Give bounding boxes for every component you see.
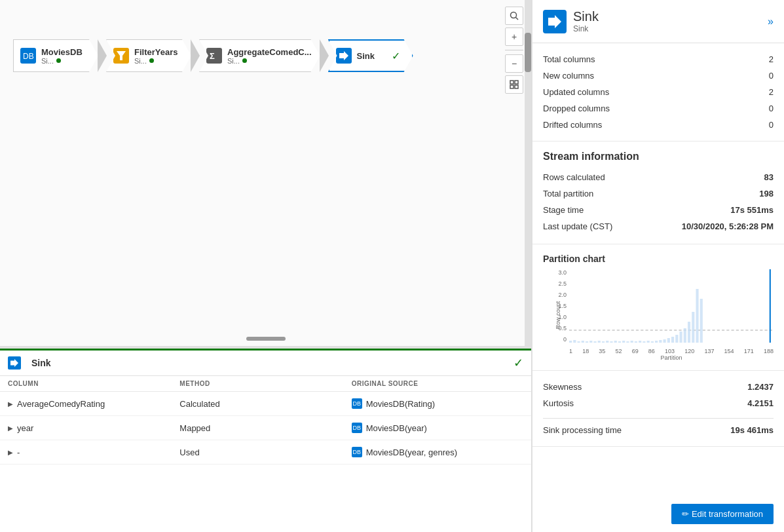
y-label-2-5: 2.5: [552, 280, 567, 287]
stream-value-update: 10/30/2020, 5:26:28 PM: [682, 221, 774, 231]
y-label-1-5: 1.5: [552, 303, 567, 309]
right-panel: Sink Sink » Total columns 2 New columns …: [532, 0, 784, 532]
svg-rect-27: [614, 341, 617, 343]
row-2-expand[interactable]: ▶: [8, 425, 13, 432]
row-1-source: DB MoviesDB(Rating): [352, 398, 523, 409]
moviesdb-sub: Si...: [41, 57, 83, 65]
edit-transformation-button[interactable]: ✏ Edit transformation: [671, 504, 774, 524]
svg-rect-35: [647, 341, 650, 343]
x-label-120: 120: [684, 348, 694, 354]
stat-value-dropped-columns: 0: [769, 104, 774, 113]
table-check-icon: ✓: [513, 356, 523, 370]
aggregate-status-dot: [242, 58, 247, 63]
expand-icon[interactable]: »: [768, 16, 774, 28]
aggregate-icon: Σ: [206, 48, 222, 64]
chart-section: Partition chart Row count 3.0 2.5 2.0 1.…: [532, 244, 784, 371]
row-1-method: Calculated: [179, 399, 351, 409]
stream-value-stage: 17s 551ms: [730, 205, 774, 215]
x-label-35: 35: [599, 348, 605, 354]
pipeline-node-filteryears[interactable]: FilterYears Si...: [107, 39, 200, 72]
y-label-0: 0: [552, 336, 567, 343]
pipeline-node-aggregate[interactable]: Σ AggregateComedC... Si...: [200, 39, 329, 72]
filteryears-icon: [113, 48, 129, 64]
stat-value-drifted-columns: 0: [769, 120, 774, 130]
col-header-source: ORIGINAL SOURCE: [352, 380, 523, 387]
stream-stat-total-partition: Total partition 198: [543, 185, 774, 202]
canvas-scrollbar[interactable]: [525, 0, 531, 346]
stat-value-updated-columns: 2: [769, 87, 774, 97]
svg-rect-48: [700, 299, 703, 343]
stat-label-new-columns: New columns: [543, 71, 594, 81]
table-row: ▶ - Used DB MoviesDB(year, genres): [0, 440, 531, 465]
svg-rect-33: [639, 341, 641, 343]
zoom-in-button[interactable]: +: [505, 28, 523, 46]
search-button[interactable]: [505, 7, 523, 25]
table-sink-icon: [8, 356, 21, 370]
row-3-expand[interactable]: ▶: [8, 449, 13, 456]
y-label-3: 3.0: [552, 269, 567, 276]
y-label-2: 2.0: [552, 292, 567, 298]
stat-row-kurtosis: Kurtosis 4.2151: [543, 395, 774, 411]
scrollbar-thumb[interactable]: [525, 33, 531, 72]
canvas-toolbar: + −: [505, 7, 523, 94]
svg-rect-37: [655, 341, 658, 343]
svg-rect-43: [679, 332, 682, 343]
sink-title-group: Sink Sink: [573, 9, 761, 33]
x-axis-title: Partition: [569, 354, 774, 361]
svg-rect-46: [692, 312, 694, 343]
row-3-column: ▶ -: [8, 447, 179, 457]
stat-label-skewness: Skewness: [543, 382, 582, 392]
row-1-expand[interactable]: ▶: [8, 400, 13, 408]
x-label-1: 1: [569, 348, 572, 354]
svg-rect-4: [510, 85, 513, 88]
pipeline-node-moviesdb[interactable]: DB MoviesDB Si...: [13, 39, 107, 72]
y-label-1: 1.0: [552, 314, 567, 320]
table-panel: Sink ✓ COLUMN METHOD ORIGINAL SOURCE ▶ A…: [0, 349, 531, 532]
x-label-137: 137: [704, 348, 714, 354]
left-panel: + − DB: [0, 0, 532, 532]
minus-icon: −: [512, 58, 517, 69]
svg-rect-45: [688, 322, 690, 343]
aggregate-sub: Si...: [227, 57, 312, 65]
stream-section: Stream information Rows calculated 83 To…: [532, 142, 784, 244]
row-3-source-value: MoviesDB(year, genres): [366, 447, 457, 457]
x-axis-labels: 1 18 35 52 69 86 103 120 137 154 171 188: [569, 348, 774, 354]
stat-row-sink-processing: Sink processing time 19s 461ms: [543, 418, 774, 438]
stat-row-drifted-columns: Drifted columns 0: [543, 117, 774, 133]
stat-row-updated-columns: Updated columns 2: [543, 84, 774, 100]
stat-row-dropped-columns: Dropped columns 0: [543, 100, 774, 117]
svg-rect-40: [667, 338, 670, 343]
stat-value-skewness: 1.2437: [747, 382, 774, 392]
row-3-column-value: -: [17, 447, 20, 457]
y-axis: 3.0 2.5 2.0 1.5 1.0 0.5 0: [552, 269, 567, 343]
row-3-source: DB MoviesDB(year, genres): [352, 447, 523, 457]
zoom-out-button[interactable]: −: [505, 54, 523, 73]
filteryears-sub: Si...: [134, 57, 178, 65]
row-3-source-icon: DB: [352, 447, 362, 457]
pipeline-node-sink[interactable]: Sink ✓: [329, 39, 413, 72]
svg-line-1: [516, 18, 519, 20]
x-label-171: 171: [744, 348, 754, 354]
svg-rect-47: [696, 289, 698, 343]
row-3-method: Used: [179, 447, 351, 457]
svg-rect-24: [602, 341, 605, 343]
svg-rect-30: [626, 341, 629, 343]
stream-stat-rows-calculated: Rows calculated 83: [543, 169, 774, 185]
filteryears-status-dot: [149, 58, 154, 63]
chart-container: Row count 3.0 2.5 2.0 1.5 1.0 0.5 0: [543, 269, 774, 361]
fit-button[interactable]: [505, 75, 523, 94]
sink-check-icon: ✓: [392, 50, 400, 62]
col-header-method: METHOD: [179, 380, 351, 387]
stream-stat-stage-time: Stage time 17s 551ms: [543, 202, 774, 218]
svg-rect-28: [618, 341, 621, 343]
extra-stats-section: Skewness 1.2437 Kurtosis 4.2151 Sink pro…: [532, 371, 784, 447]
col-header-column: COLUMN: [8, 380, 179, 387]
filteryears-title: FilterYears: [134, 47, 178, 57]
canvas-scroll-handle[interactable]: [246, 337, 286, 341]
stat-label-drifted-columns: Drifted columns: [543, 120, 602, 130]
sink-node-info: Sink: [357, 51, 375, 61]
stream-label-update: Last update (CST): [543, 221, 612, 231]
stat-label-updated-columns: Updated columns: [543, 87, 609, 97]
aggregate-title: AggregateComedC...: [227, 47, 312, 57]
stat-value-kurtosis: 4.2151: [747, 398, 774, 408]
